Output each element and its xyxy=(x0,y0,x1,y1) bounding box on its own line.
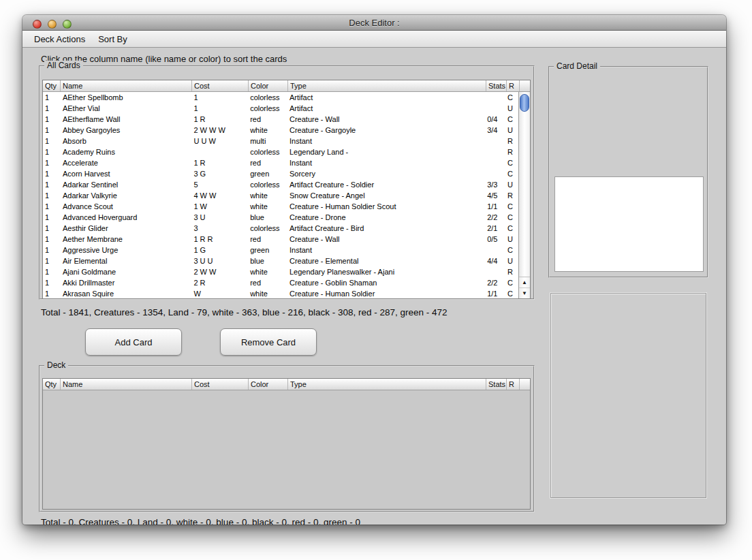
card-row[interactable]: 1AEther Spellbomb1colorlessArtifactC xyxy=(43,92,518,103)
desktop-background: Deck Editor : Deck Actions Sort By Click… xyxy=(0,0,752,560)
card-row[interactable]: 1Accelerate1 RredInstantC xyxy=(43,157,518,168)
cell-r: C xyxy=(505,212,518,223)
menu-deck-actions[interactable]: Deck Actions xyxy=(33,33,87,46)
deck-column-header-name[interactable]: Name xyxy=(61,379,192,390)
cell-qty: 1 xyxy=(43,157,61,168)
deck-header: Qty Name Cost Color Type Stats R xyxy=(43,379,530,390)
cell-stats xyxy=(485,103,505,114)
cell-name: Academy Ruins xyxy=(61,146,191,157)
cell-cost: 3 G xyxy=(191,168,248,179)
scroll-down-icon[interactable]: ▼ xyxy=(519,287,530,298)
cell-name: Absorb xyxy=(61,136,191,146)
menu-sort-by[interactable]: Sort By xyxy=(97,33,129,46)
card-row[interactable]: 1Academy RuinscolorlessLegendary Land -R xyxy=(43,146,518,157)
cell-r: C xyxy=(505,277,518,288)
column-header-type[interactable]: Type xyxy=(288,80,486,91)
cell-r: C xyxy=(505,223,518,234)
cell-stats xyxy=(485,245,505,255)
cell-name: Abbey Gargoyles xyxy=(61,125,191,136)
all-cards-rows: 1AEther Spellbomb1colorlessArtifactC1AEt… xyxy=(43,92,518,298)
deck-column-header-qty[interactable]: Qty xyxy=(43,379,61,390)
column-header-qty[interactable]: Qty xyxy=(43,80,61,91)
cell-type: Sorcery xyxy=(287,168,485,179)
cell-stats: 3/3 xyxy=(485,179,505,190)
cell-name: AEther Vial xyxy=(61,103,191,114)
scroll-up-icon[interactable]: ▲ xyxy=(519,277,530,287)
column-header-stats[interactable]: Stats xyxy=(486,80,507,91)
cell-color: colorless xyxy=(248,103,287,114)
cell-qty: 1 xyxy=(43,201,61,212)
cell-qty: 1 xyxy=(43,136,61,146)
cell-r: U xyxy=(505,103,518,114)
cell-qty: 1 xyxy=(43,125,61,136)
card-row[interactable]: 1Air Elemental3 U UblueCreature - Elemen… xyxy=(43,255,518,266)
vertical-scrollbar[interactable]: ▲ ▼ xyxy=(518,92,530,298)
cell-r: U xyxy=(505,234,518,245)
cell-cost: 3 U xyxy=(191,212,248,223)
cell-stats: 1/1 xyxy=(485,288,505,299)
column-header-name[interactable]: Name xyxy=(61,80,192,91)
cell-color: red xyxy=(248,114,287,125)
card-row[interactable]: 1AEther Vial1colorlessArtifactU xyxy=(43,103,518,114)
card-row[interactable]: 1Adarkar Sentinel5colorlessArtifact Crea… xyxy=(43,179,518,190)
remove-card-button[interactable]: Remove Card xyxy=(220,328,317,356)
cell-type: Creature - Human Soldier Scout xyxy=(287,201,485,212)
cell-cost: U U W xyxy=(191,136,248,146)
cell-r: C xyxy=(505,288,518,299)
column-header-rarity[interactable]: R xyxy=(507,80,520,91)
deck-column-header-stats[interactable]: Stats xyxy=(486,379,507,390)
cell-type: Instant xyxy=(287,157,485,168)
cell-cost: 5 xyxy=(191,179,248,190)
card-row[interactable]: 1Akki Drillmaster2 RredCreature - Goblin… xyxy=(43,277,518,288)
card-row[interactable]: 1Aggressive Urge1 GgreenInstantC xyxy=(43,245,518,255)
cell-qty: 1 xyxy=(43,234,61,245)
card-row[interactable]: 1Aesthir Glider3colorlessArtifact Creatu… xyxy=(43,223,518,234)
add-card-button[interactable]: Add Card xyxy=(85,328,182,356)
card-row[interactable]: 1Adarkar Valkyrie4 W WwhiteSnow Creature… xyxy=(43,190,518,201)
cell-color: white xyxy=(248,266,287,277)
deck-column-header-cost[interactable]: Cost xyxy=(192,379,249,390)
deck-column-header-color[interactable]: Color xyxy=(249,379,288,390)
cell-type: Legendary Land - xyxy=(287,146,485,157)
cell-type: Creature - Human Soldier xyxy=(287,288,485,299)
cell-cost: 3 xyxy=(191,223,248,234)
card-row[interactable]: 1Advanced Hoverguard3 UblueCreature - Dr… xyxy=(43,212,518,223)
all-cards-total: Total - 1841, Creatures - 1354, Land - 7… xyxy=(41,307,448,317)
scrollbar-thumb[interactable] xyxy=(520,94,529,112)
cell-color: red xyxy=(248,234,287,245)
all-cards-header: Qty Name Cost Color Type Stats R xyxy=(43,80,530,92)
cell-cost xyxy=(191,146,248,157)
card-row[interactable]: 1Aether Membrane1 R RredCreature - Wall0… xyxy=(43,234,518,245)
deck-column-header-type[interactable]: Type xyxy=(288,379,486,390)
cell-cost: W xyxy=(191,288,248,299)
cell-qty: 1 xyxy=(43,288,61,299)
column-header-cost[interactable]: Cost xyxy=(192,80,249,91)
cell-stats xyxy=(485,146,505,157)
card-row[interactable]: 1AbsorbU U WmultiInstantR xyxy=(43,136,518,146)
deck-column-header-rarity[interactable]: R xyxy=(507,379,520,390)
cell-qty: 1 xyxy=(43,146,61,157)
cell-r: C xyxy=(505,168,518,179)
cell-stats: 0/4 xyxy=(485,114,505,125)
cell-r: U xyxy=(505,255,518,266)
cell-name: Akki Drillmaster xyxy=(61,277,191,288)
cell-type: Snow Creature - Angel xyxy=(287,190,485,201)
deck-rows xyxy=(43,390,530,509)
cell-type: Artifact xyxy=(287,92,485,103)
cell-r: C xyxy=(505,201,518,212)
cell-color: white xyxy=(248,201,287,212)
card-row[interactable]: 1Ajani Goldmane2 W WwhiteLegendary Plane… xyxy=(43,266,518,277)
card-row[interactable]: 1Acorn Harvest3 GgreenSorceryC xyxy=(43,168,518,179)
cell-cost: 1 xyxy=(191,92,248,103)
column-header-color[interactable]: Color xyxy=(249,80,288,91)
card-row[interactable]: 1Advance Scout1 WwhiteCreature - Human S… xyxy=(43,201,518,212)
cell-qty: 1 xyxy=(43,245,61,255)
card-row[interactable]: 1Abbey Gargoyles2 W W WwhiteCreature - G… xyxy=(43,125,518,136)
title-bar[interactable]: Deck Editor : xyxy=(22,15,726,31)
deck-table: Qty Name Cost Color Type Stats R xyxy=(42,378,531,510)
cell-color: white xyxy=(248,288,287,299)
cell-type: Artifact Creature - Bird xyxy=(287,223,485,234)
card-row[interactable]: 1Akrasan SquireWwhiteCreature - Human So… xyxy=(43,288,518,299)
cell-stats xyxy=(485,266,505,277)
card-row[interactable]: 1AEtherflame Wall1 RredCreature - Wall0/… xyxy=(43,114,518,125)
